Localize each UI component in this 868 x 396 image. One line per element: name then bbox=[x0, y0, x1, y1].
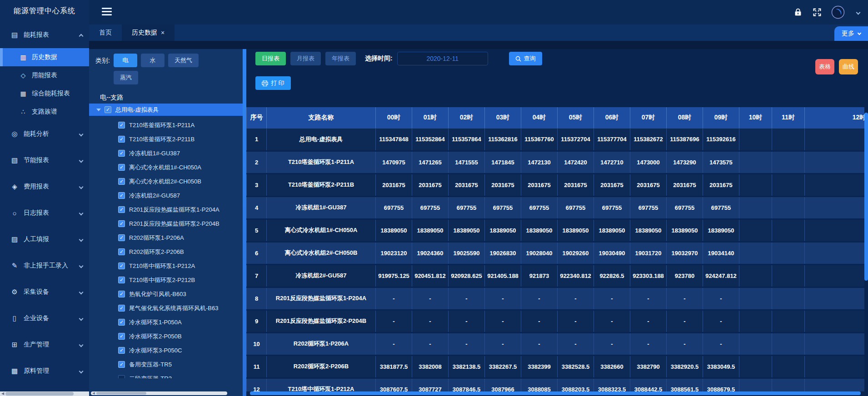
checkbox[interactable]: ✓ bbox=[118, 262, 125, 269]
table-view-button[interactable]: 表格 bbox=[815, 59, 834, 74]
report-type-button[interactable]: 日报表 bbox=[255, 52, 286, 65]
tree-node[interactable]: ✓T210塔中循环泵2-P212B bbox=[89, 273, 243, 287]
category-option[interactable]: 天然气 bbox=[168, 54, 199, 67]
tree-node[interactable]: ✓T210塔中循环泵1-P212A bbox=[89, 259, 243, 273]
tree-node[interactable]: ✓R202循环泵2-P206B bbox=[89, 245, 243, 259]
user-menu-chevron-icon[interactable] bbox=[856, 10, 861, 15]
sidebar-item-manual-entry[interactable]: ✎非上报手工录入 bbox=[0, 252, 89, 279]
sidebar-item-cost-report[interactable]: ◈费用报表 bbox=[0, 173, 89, 200]
value-cell bbox=[772, 264, 805, 287]
tree-node[interactable]: ✓离心式冷水机组1#-CH050A bbox=[89, 160, 243, 174]
tab-close-icon[interactable]: × bbox=[161, 30, 165, 36]
tree-node[interactable]: ✓冷冻机组1#-GU387 bbox=[89, 146, 243, 160]
checkbox[interactable]: ✓ bbox=[118, 347, 125, 354]
branch-name-cell: 离心式冷水机组1#-CH050A bbox=[267, 219, 376, 242]
sidebar-item-comprehensive-report[interactable]: ▦综合能耗报表 bbox=[0, 84, 89, 103]
tree-node-label: 热氧化炉引风机-B603 bbox=[129, 290, 186, 298]
sidebar-item-production-mgmt[interactable]: ⊞生产管理 bbox=[0, 332, 89, 358]
tree-node[interactable]: ✓冷冻机组2#-GU587 bbox=[89, 188, 243, 203]
tree-vertical-scrollbar[interactable] bbox=[243, 49, 246, 396]
tree-node[interactable]: ✓T210塔釜循环泵2-P211B bbox=[89, 132, 243, 146]
report-type-button[interactable]: 年报表 bbox=[325, 52, 356, 65]
sidebar-item-collect-device[interactable]: ⚙采集设备 bbox=[0, 279, 89, 305]
checkbox[interactable]: ✓ bbox=[118, 305, 125, 312]
value-cell bbox=[739, 355, 772, 378]
category-option[interactable]: 蒸汽 bbox=[114, 71, 138, 84]
manual-fill-icon: ▨ bbox=[10, 235, 19, 243]
tree-node[interactable]: ✓尾气催化氧化系统再循环风机-B63 bbox=[89, 301, 243, 315]
query-button[interactable]: 查询 bbox=[509, 52, 542, 65]
checkbox[interactable]: ✓ bbox=[118, 178, 125, 185]
menu-toggle-button[interactable] bbox=[102, 8, 112, 16]
tree-horizontal-scrollbar[interactable]: ◀ bbox=[91, 391, 227, 395]
sidebar-item-branch-genealogy[interactable]: ∴支路族谱 bbox=[0, 103, 89, 121]
sidebar-horizontal-scrollbar[interactable]: ◀ bbox=[0, 391, 89, 396]
table-vertical-scrollbar[interactable] bbox=[864, 113, 868, 281]
tree-node[interactable]: ✓R202循环泵1-P206A bbox=[89, 231, 243, 245]
category-option[interactable]: 电 bbox=[114, 54, 137, 67]
scrollbar-thumb[interactable] bbox=[96, 392, 146, 395]
app-title: 能源管理中心系统 bbox=[0, 0, 89, 22]
checkbox[interactable]: ✓ bbox=[118, 192, 125, 199]
scroll-left-arrow-icon[interactable]: ◀ bbox=[0, 391, 5, 396]
checkbox[interactable]: ✓ bbox=[118, 248, 125, 255]
sidebar-item-manual-fill[interactable]: ▨人工填报 bbox=[0, 226, 89, 252]
sidebar-item-energy-analysis[interactable]: ◎能耗分析 bbox=[0, 121, 89, 147]
scroll-left-arrow-icon[interactable]: ◀ bbox=[91, 391, 96, 395]
value-cell: 921873 bbox=[521, 264, 558, 287]
scrollbar-thumb[interactable] bbox=[5, 392, 74, 396]
tree-root-node[interactable]: ✓ 总用电-虚拟表具 bbox=[89, 104, 243, 116]
tree-node[interactable]: ✓备用变压器-TR5 bbox=[89, 357, 243, 371]
table-horizontal-scrollbar[interactable] bbox=[250, 391, 861, 395]
caret-down-icon[interactable] bbox=[96, 109, 101, 111]
sidebar-item-material-mgmt[interactable]: ▩原料管理 bbox=[0, 358, 89, 384]
checkbox[interactable]: ✓ bbox=[118, 150, 125, 157]
checkbox[interactable]: ✓ bbox=[118, 164, 125, 171]
sidebar-item-enterprise-device[interactable]: ▯企业设备 bbox=[0, 305, 89, 332]
branch-tree-panel: 类别: 电水天然气蒸汽 电--支路 ✓ 总用电-虚拟表具 ✓T210塔釜循环泵1… bbox=[89, 49, 243, 396]
tree-node[interactable]: ✓热氧化炉引风机-B603 bbox=[89, 287, 243, 301]
checkbox[interactable]: ✓ bbox=[118, 319, 125, 326]
sidebar-item-label: 采集设备 bbox=[24, 288, 77, 296]
checkbox[interactable]: ✓ bbox=[105, 106, 111, 113]
sidebar-item-label: 费用报表 bbox=[24, 183, 77, 191]
checkbox[interactable]: ✓ bbox=[118, 375, 125, 378]
date-input[interactable] bbox=[397, 52, 488, 65]
more-button[interactable]: 更多 bbox=[834, 26, 868, 41]
checkbox[interactable]: ✓ bbox=[118, 206, 125, 213]
curve-view-button[interactable]: 曲线 bbox=[839, 59, 858, 74]
sidebar-item-saving-report[interactable]: ▧节能报表 bbox=[0, 147, 89, 173]
report-type-button[interactable]: 月报表 bbox=[290, 52, 321, 65]
lock-icon[interactable] bbox=[793, 7, 803, 17]
branch-tree-icon: ∴ bbox=[19, 108, 27, 115]
sidebar-item-report[interactable]: ▤能耗报表 bbox=[0, 22, 89, 48]
checkbox[interactable]: ✓ bbox=[118, 136, 125, 143]
checkbox[interactable]: ✓ bbox=[118, 220, 125, 227]
tab-history-data[interactable]: 历史数据 × bbox=[122, 25, 175, 41]
value-cell: 920928.625 bbox=[449, 264, 485, 287]
fullscreen-icon[interactable] bbox=[812, 7, 822, 17]
category-option[interactable]: 水 bbox=[141, 54, 165, 67]
tree-node[interactable]: ✓冷水循环泵1-P050A bbox=[89, 315, 243, 329]
tab-home[interactable]: 首页 bbox=[89, 25, 122, 41]
checkbox[interactable]: ✓ bbox=[118, 333, 125, 340]
checkbox[interactable]: ✓ bbox=[118, 122, 125, 129]
avatar[interactable] bbox=[831, 5, 845, 19]
tree-node[interactable]: ✓离心式冷水机组2#-CH050B bbox=[89, 174, 243, 188]
tree-node[interactable]: ✓冷水循环泵2-P050B bbox=[89, 329, 243, 343]
sidebar-item-energy-use-report[interactable]: ◇用能报表 bbox=[0, 66, 89, 84]
tree-node[interactable]: ✓冷水循环泵3-P050C bbox=[89, 343, 243, 357]
sidebar-item-log-report[interactable]: ○日志报表 bbox=[0, 200, 89, 226]
category-options: 电水天然气蒸汽 bbox=[114, 54, 209, 84]
checkbox[interactable]: ✓ bbox=[118, 234, 125, 241]
tree-node[interactable]: ✓二段变压器-TR2 bbox=[89, 371, 243, 378]
sidebar-item-history-data[interactable]: ▥历史数据 bbox=[0, 48, 89, 66]
print-button[interactable]: 打 印 bbox=[255, 76, 291, 90]
checkbox[interactable]: ✓ bbox=[118, 291, 125, 297]
checkbox[interactable]: ✓ bbox=[118, 277, 125, 283]
tree-node[interactable]: ✓T210塔釜循环泵1-P211A bbox=[89, 118, 243, 132]
tree-node[interactable]: ✓R201反应段热媒盐循环泵2-P204B bbox=[89, 217, 243, 231]
checkbox[interactable]: ✓ bbox=[118, 361, 125, 368]
value-cell bbox=[772, 355, 805, 378]
tree-node[interactable]: ✓R201反应段热媒盐循环泵1-P204A bbox=[89, 203, 243, 217]
